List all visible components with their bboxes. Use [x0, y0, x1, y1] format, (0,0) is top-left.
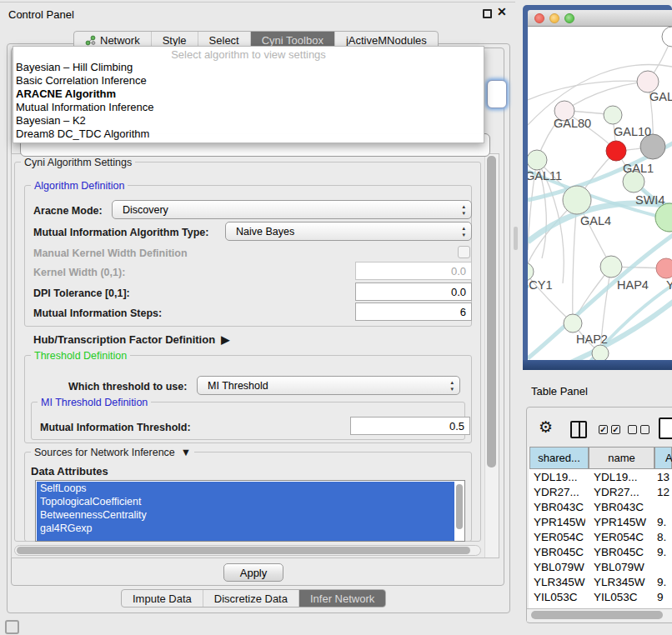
- network-window-bottom-border: [523, 360, 672, 370]
- aracne-mode-value: Discovery: [123, 204, 168, 216]
- svg-text:HAP2: HAP2: [576, 332, 608, 346]
- settings-hscrollbar-thumb[interactable]: [17, 547, 470, 554]
- table-row[interactable]: YLR345W YLR345W 9.: [529, 576, 672, 591]
- gear-icon[interactable]: ⚙: [539, 418, 553, 437]
- table-hscrollbar-thumb[interactable]: [531, 611, 663, 619]
- list-item-selfloops[interactable]: SelfLoops: [37, 482, 454, 495]
- table-row[interactable]: YBR043C YBR043C: [529, 501, 672, 516]
- column-header-name[interactable]: name: [589, 447, 654, 469]
- svg-text:GAL: GAL: [649, 90, 672, 103]
- network-graph: GAL GAL80 GAL10 GAL1 GAL11 SWI4 GAL4 GCY…: [528, 27, 672, 360]
- expand-right-icon: ▶: [218, 333, 230, 346]
- aracne-mode-combo[interactable]: Discovery ▴▾: [112, 200, 472, 219]
- tab-impute-data[interactable]: Impute Data: [122, 590, 203, 607]
- column-header-shared[interactable]: shared...: [529, 447, 589, 469]
- dropdown-item-bayesian-k2[interactable]: Bayesian – K2: [13, 114, 484, 128]
- dropdown-item-bayesian-hill-climbing[interactable]: Bayesian – Hill Climbing: [13, 61, 484, 74]
- table-row[interactable]: YER054C YER054C 8.: [529, 531, 672, 546]
- table-row[interactable]: YPR145W YPR145W 9.: [529, 516, 672, 531]
- network-tab-icon: [85, 35, 96, 46]
- which-threshold-combo[interactable]: MI Threshold ▴▾: [197, 376, 460, 395]
- control-panel: Control Panel ✕ Network Style Select Cyn…: [0, 0, 515, 635]
- splitter-handle[interactable]: [514, 227, 518, 250]
- column-header-partial[interactable]: A: [654, 447, 672, 469]
- list-item-betweennesscentrality[interactable]: BetweennessCentrality: [37, 508, 454, 522]
- bottom-tabbar: Impute Data Discretize Data Infer Networ…: [121, 589, 386, 608]
- control-panel-title: Control Panel: [8, 8, 74, 21]
- settings-vscrollbar-thumb[interactable]: [487, 156, 496, 468]
- split-columns-icon[interactable]: [570, 421, 587, 438]
- network-canvas[interactable]: GAL GAL80 GAL10 GAL1 GAL11 SWI4 GAL4 GCY…: [528, 27, 672, 360]
- svg-text:HAP4: HAP4: [617, 278, 649, 292]
- list-vscrollbar-thumb[interactable]: [456, 484, 463, 529]
- combo-arrows-icon: ▴▾: [462, 203, 465, 217]
- svg-text:GCY1: GCY1: [528, 278, 553, 292]
- deselect-all-icon[interactable]: [628, 425, 649, 434]
- network-node-labels: GAL GAL80 GAL10 GAL1 GAL11 SWI4 GAL4 GCY…: [528, 90, 672, 346]
- which-threshold-label: Which threshold to use:: [68, 381, 187, 392]
- tab-infer-network[interactable]: Infer Network: [298, 590, 385, 607]
- table-row[interactable]: YBR045C YBR045C 9.: [529, 546, 672, 561]
- kernel-width-label: Kernel Width (0,1):: [33, 267, 125, 278]
- node-swi4[interactable]: [655, 203, 672, 232]
- list-item-topologicalcoefficient[interactable]: TopologicalCoefficient: [37, 495, 454, 508]
- algorithm-dropdown-popup: Select algorithm to view settings Bayesi…: [13, 46, 484, 143]
- network-window-titlebar[interactable]: [528, 10, 672, 27]
- algorithm-dropdown-placeholder: Select algorithm to view settings: [13, 48, 484, 61]
- manual-kernel-checkbox[interactable]: [458, 246, 470, 258]
- dpi-tolerance-field[interactable]: 0.0: [355, 282, 472, 301]
- minimized-panel-icon[interactable]: [5, 620, 19, 634]
- minimize-traffic-light-icon[interactable]: [549, 13, 559, 23]
- svg-text:Y: Y: [666, 278, 672, 292]
- float-window-icon[interactable]: [483, 9, 492, 18]
- mi-steps-field[interactable]: 6: [355, 302, 472, 321]
- svg-text:GAL1: GAL1: [623, 162, 654, 175]
- node-hap2[interactable]: [564, 314, 582, 332]
- table-row[interactable]: YDL19... YDL19... 13: [529, 471, 672, 486]
- apply-button[interactable]: Apply: [223, 563, 283, 582]
- svg-text:GAL10: GAL10: [614, 125, 651, 138]
- node[interactable]: [592, 345, 609, 360]
- top-divider: [0, 2, 515, 2]
- dropdown-item-mutual-information[interactable]: Mutual Information Inference: [13, 101, 484, 114]
- close-traffic-light-icon[interactable]: [534, 13, 544, 23]
- data-attributes-list: SelfLoops TopologicalCoefficient Between…: [35, 480, 465, 542]
- dropdown-item-basic-correlation[interactable]: Basic Correlation Inference: [13, 74, 484, 88]
- which-threshold-value: MI Threshold: [208, 380, 268, 392]
- mi-steps-label: Mutual Information Steps:: [33, 308, 162, 319]
- dropdown-item-dream8[interactable]: Dream8 DC_TDC Algorithm: [13, 128, 484, 141]
- sources-group-title[interactable]: Sources for Network Inference ▼: [31, 447, 194, 458]
- list-item-partial[interactable]: [37, 535, 454, 542]
- mi-algorithm-type-combo[interactable]: Naive Bayes ▴▾: [225, 222, 472, 241]
- svg-text:GAL80: GAL80: [554, 117, 591, 130]
- mi-algorithm-type-value: Naive Bayes: [236, 226, 294, 238]
- threshold-definition-title: Threshold Definition: [31, 350, 130, 362]
- collapse-down-icon: ▼: [178, 447, 191, 458]
- tab-discretize-data[interactable]: Discretize Data: [203, 590, 298, 607]
- zoom-traffic-light-icon[interactable]: [564, 13, 574, 23]
- kernel-width-field[interactable]: 0.0: [355, 262, 472, 280]
- hub-section-toggle[interactable]: Hub/Transcription Factor Definition ▶: [33, 333, 229, 346]
- node[interactable]: [662, 27, 672, 47]
- aracne-mode-label: Aracne Mode:: [33, 205, 103, 217]
- table-row[interactable]: YDR27... YDR27... 12: [529, 486, 672, 501]
- mi-algorithm-type-label: Mutual Information Algorithm Type:: [33, 227, 208, 238]
- node-salmon[interactable]: [656, 258, 672, 278]
- svg-text:SWI4: SWI4: [635, 193, 664, 207]
- table-row[interactable]: YBL079W YBL079W: [529, 561, 672, 576]
- mi-threshold-field[interactable]: 0.5: [350, 417, 470, 435]
- select-all-icon[interactable]: ✓✓: [599, 425, 620, 434]
- page-icon[interactable]: [659, 418, 672, 439]
- table-row[interactable]: YIL053C YIL053C 9: [529, 591, 672, 606]
- tab-network-label: Network: [100, 34, 140, 47]
- node-gal4[interactable]: [563, 186, 591, 214]
- node-gal10[interactable]: [604, 106, 622, 124]
- node-gal1-selected[interactable]: [606, 141, 626, 161]
- node-hap4[interactable]: [600, 256, 622, 278]
- list-item-gal4rgexp[interactable]: gal4RGexp: [37, 522, 454, 535]
- data-attributes-label: Data Attributes: [31, 465, 108, 478]
- close-icon[interactable]: ✕: [497, 5, 507, 18]
- mi-threshold-label: Mutual Information Threshold:: [40, 422, 191, 433]
- node-gal11[interactable]: [528, 150, 547, 170]
- dropdown-item-aracne[interactable]: ARACNE Algorithm: [13, 88, 484, 101]
